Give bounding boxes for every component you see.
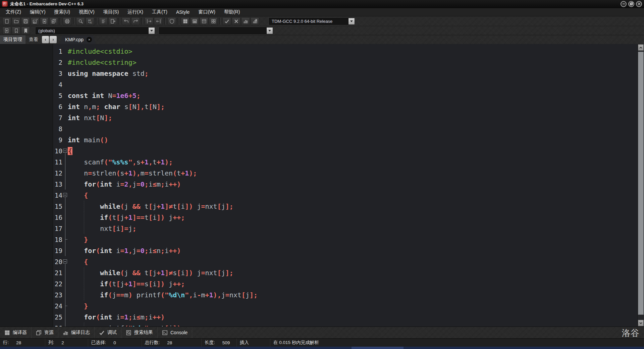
close-file-button[interactable] bbox=[40, 17, 49, 25]
restore-button[interactable] bbox=[628, 1, 634, 7]
code-text[interactable] bbox=[68, 123, 637, 134]
code-editor[interactable]: 1#include<cstdio>2#include<cstring>3usin… bbox=[53, 44, 637, 327]
goto-line-button[interactable] bbox=[99, 17, 108, 25]
tab-resources[interactable]: 资源 bbox=[32, 327, 58, 338]
menu-item-0[interactable]: 文件(Z) bbox=[1, 8, 25, 16]
chevron-down-icon[interactable] bbox=[266, 28, 273, 34]
code-text[interactable]: scanf("%s%s",s+1,t+1); bbox=[68, 156, 637, 167]
code-text[interactable]: nxt[i]=j; bbox=[68, 223, 637, 234]
code-text[interactable]: if(j==m) printf("%d\n",i-m+1),j=nxt[j]; bbox=[68, 289, 637, 300]
code-text[interactable]: int nxt[N]; bbox=[68, 112, 637, 123]
fold-collapse-icon[interactable] bbox=[63, 259, 67, 263]
code-text[interactable]: for(int i=2,j=0;i≤m;i++) bbox=[68, 179, 637, 190]
indent-button[interactable] bbox=[145, 17, 153, 25]
code-text[interactable]: int n,m; char s[N],t[N]; bbox=[68, 101, 637, 112]
menu-item-3[interactable]: 视图(V) bbox=[74, 8, 99, 16]
project-manager-panel[interactable] bbox=[0, 44, 53, 327]
undo-button[interactable] bbox=[122, 17, 130, 25]
compiler-select[interactable]: TDM-GCC 9.2.0 64-bit Release bbox=[269, 18, 355, 25]
tab-debug[interactable]: 调试 bbox=[95, 327, 121, 338]
menu-item-4[interactable]: 项目(S) bbox=[99, 8, 123, 16]
fold-collapse-icon[interactable] bbox=[63, 193, 67, 197]
members-select[interactable] bbox=[159, 27, 273, 34]
print-button[interactable] bbox=[63, 17, 71, 25]
open-file-button[interactable] bbox=[12, 17, 20, 25]
code-text[interactable]: while(j && t[j+1]≠s[i]) j=nxt[j]; bbox=[68, 267, 637, 278]
unindent-button[interactable] bbox=[154, 17, 163, 25]
code-text[interactable]: const int N=1e6+5; bbox=[68, 90, 637, 101]
syntax-check-button[interactable] bbox=[222, 17, 231, 25]
editor-tab-label: KMP.cpp bbox=[65, 37, 84, 42]
save-as-button[interactable] bbox=[31, 17, 39, 25]
tab-console[interactable]: Console bbox=[158, 327, 192, 338]
scrollbar-thumb[interactable] bbox=[638, 52, 644, 315]
toggle-bookmark-button[interactable] bbox=[12, 27, 20, 35]
editor-scrollbar[interactable] bbox=[637, 44, 644, 327]
minimize-button[interactable] bbox=[621, 1, 627, 7]
scroll-up-button[interactable] bbox=[638, 44, 644, 51]
code-text[interactable]: #include<cstring> bbox=[68, 57, 637, 68]
chevron-down-icon[interactable] bbox=[348, 18, 355, 24]
tab-search-results[interactable]: 搜索结果 bbox=[121, 327, 158, 338]
swap-header-source-button[interactable] bbox=[108, 17, 117, 25]
format-button[interactable] bbox=[167, 17, 176, 25]
menu-item-8[interactable]: 窗口(W) bbox=[194, 8, 220, 16]
unindent-icon bbox=[156, 19, 161, 24]
tab-view[interactable]: 查看 bbox=[25, 35, 42, 44]
shield-icon bbox=[169, 19, 174, 24]
profile-button[interactable] bbox=[241, 17, 250, 25]
run-button[interactable] bbox=[190, 17, 199, 25]
menu-item-2[interactable]: 搜索(U) bbox=[50, 8, 74, 16]
menu-item-7[interactable]: AStyle bbox=[172, 8, 194, 16]
code-text[interactable]: for(int i=1,j=0;i≤n;i++) bbox=[68, 245, 637, 256]
code-text[interactable]: { bbox=[68, 256, 637, 267]
find-button[interactable] bbox=[76, 17, 85, 25]
stop-button[interactable] bbox=[232, 17, 240, 25]
tab-compiler[interactable]: 编译器 bbox=[0, 327, 32, 338]
tab-compile-log[interactable]: 编译日志 bbox=[58, 327, 95, 338]
code-text[interactable]: { bbox=[68, 190, 637, 201]
menu-item-1[interactable]: 编辑(Y) bbox=[25, 8, 50, 16]
goto-bookmark-button[interactable] bbox=[21, 27, 30, 35]
fold-margin bbox=[63, 267, 68, 278]
tab-scroll-right-button[interactable]: › bbox=[50, 36, 57, 43]
compile-button[interactable] bbox=[181, 17, 190, 25]
close-all-button[interactable] bbox=[49, 17, 58, 25]
redo-button[interactable] bbox=[131, 17, 140, 25]
print-icon bbox=[65, 19, 70, 24]
code-text[interactable] bbox=[68, 79, 637, 90]
save-button[interactable] bbox=[21, 17, 30, 25]
new-file-button[interactable] bbox=[2, 17, 11, 25]
editor-tab-kmp-cpp[interactable]: KMP.cpp × bbox=[60, 35, 96, 44]
tab-project-manager[interactable]: 项目管理 bbox=[0, 35, 25, 44]
code-text[interactable]: if(t[j+1]==s[i]) j++; bbox=[68, 278, 637, 289]
code-text[interactable]: for(int i=1;i≤m;i++) bbox=[68, 311, 637, 322]
saveas-icon bbox=[33, 19, 38, 24]
tab-scroll-left-button[interactable]: ‹ bbox=[42, 36, 49, 43]
remove-profiling-button[interactable] bbox=[251, 17, 259, 25]
fold-collapse-icon[interactable] bbox=[63, 149, 67, 153]
chevron-down-icon[interactable] bbox=[148, 28, 155, 34]
code-text[interactable]: } bbox=[68, 300, 637, 311]
status-item-0: 行:28 bbox=[0, 339, 45, 347]
menu-item-9[interactable]: 帮助(R) bbox=[220, 8, 244, 16]
code-text[interactable]: if(t[j+1]==t[i]) j++; bbox=[68, 212, 637, 223]
add-bookmark-button[interactable] bbox=[2, 27, 11, 35]
code-text[interactable]: n=strlen(s+1),m=strlen(t+1); bbox=[68, 167, 637, 179]
scroll-down-button[interactable] bbox=[638, 320, 644, 326]
code-text[interactable]: int main() bbox=[68, 134, 637, 145]
menu-item-6[interactable]: 工具(T) bbox=[148, 8, 172, 16]
compile-run-button[interactable] bbox=[200, 17, 208, 25]
rebuild-button[interactable] bbox=[209, 17, 218, 25]
code-text[interactable]: { bbox=[68, 145, 637, 156]
code-text[interactable]: while(j && t[j+1]≠t[i]) j=nxt[j]; bbox=[68, 201, 637, 212]
code-text[interactable]: using namespace std; bbox=[68, 68, 637, 79]
replace-button[interactable]: ABAC bbox=[86, 17, 94, 25]
code-text[interactable]: printf("%d ",nxt[i]) bbox=[68, 322, 637, 327]
code-text[interactable]: #include<cstdio> bbox=[68, 46, 637, 57]
close-button[interactable] bbox=[636, 1, 642, 7]
code-text[interactable]: } bbox=[68, 234, 637, 245]
close-tab-icon[interactable]: × bbox=[87, 37, 92, 42]
globals-select[interactable]: (globals) bbox=[36, 27, 155, 34]
menu-item-5[interactable]: 运行(X) bbox=[123, 8, 148, 16]
